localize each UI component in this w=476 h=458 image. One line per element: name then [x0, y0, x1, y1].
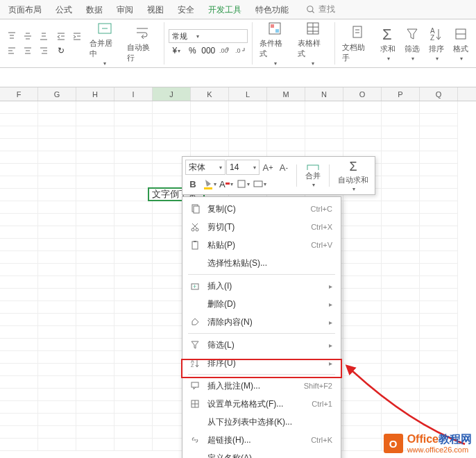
menu-shortcut: Ctrl+K [311, 436, 332, 444]
merge-mini-icon[interactable]: ▾ [252, 176, 267, 192]
tab-developer[interactable]: 开发工具 [201, 0, 248, 19]
menu-item[interactable]: 设置单元格格式(F)...Ctrl+1 [182, 395, 341, 413]
filter-icon [188, 338, 202, 352]
col-header[interactable]: L [229, 87, 267, 101]
watermark-logo: O [384, 434, 403, 453]
menu-shortcut: Shift+F2 [304, 382, 332, 390]
menu-label: 插入批注(M)... [207, 380, 304, 392]
menu-item[interactable]: 定义名称(A)... [182, 449, 341, 458]
menu-item[interactable]: 超链接(H)...Ctrl+K [182, 431, 341, 449]
tab-page-layout[interactable]: 页面布局 [1, 0, 49, 19]
indent-decrease-icon[interactable] [53, 29, 69, 43]
tab-view[interactable]: 视图 [140, 0, 171, 19]
menu-item[interactable]: 删除(D)▸ [182, 295, 341, 313]
menu-label: 从下拉列表中选择(K)... [207, 416, 332, 428]
col-header[interactable]: G [38, 87, 76, 101]
align-left-icon[interactable] [4, 44, 19, 58]
fill-color-icon[interactable]: ▾ [202, 176, 217, 192]
svg-line-58 [192, 223, 197, 228]
comma-icon[interactable]: 000 [201, 44, 216, 58]
orientation-icon[interactable]: ↻ [53, 44, 69, 58]
increase-font-icon[interactable]: A+ [260, 160, 275, 175]
col-header[interactable]: M [267, 87, 305, 101]
mini-merge-button[interactable]: 合并▾ [302, 162, 324, 189]
svg-rect-53 [307, 165, 318, 170]
align-top-icon[interactable] [4, 29, 19, 43]
cut-icon [188, 220, 202, 234]
increase-decimal-icon[interactable]: .00 [216, 44, 232, 58]
menu-item[interactable]: 粘贴(P)Ctrl+V [182, 236, 341, 254]
align-right-icon[interactable] [36, 44, 51, 58]
svg-point-0 [307, 6, 313, 11]
mini-autosum-button[interactable]: Σ 自动求和▾ [334, 162, 372, 189]
format-button[interactable]: 格式▾ [450, 24, 472, 63]
filter-button[interactable]: 筛选▾ [401, 24, 423, 63]
ribbon: ↻ 合并居中▾ 自动换行 常规▾ ¥▾ % 000 .00 .0 条件格 [0, 19, 476, 68]
align-bottom-icon[interactable] [36, 29, 51, 43]
menu-label: 剪切(T) [207, 221, 311, 233]
wrap-text-button[interactable]: 自动换行 [124, 23, 160, 65]
decrease-font-icon[interactable]: A- [276, 160, 291, 175]
search-area[interactable]: 查找 [306, 3, 335, 15]
align-center-icon[interactable] [20, 44, 35, 58]
menu-label: 粘贴(P) [207, 239, 311, 251]
col-header[interactable]: F [0, 87, 38, 101]
merge-center-button[interactable]: 合并居中▾ [87, 19, 122, 68]
sum-button[interactable]: Σ 求和▾ [377, 24, 399, 63]
table-style-button[interactable]: 表格样式▾ [295, 19, 331, 68]
col-header[interactable]: K [191, 87, 229, 101]
svg-rect-32 [271, 24, 274, 28]
svg-rect-55 [194, 206, 199, 213]
menu-item[interactable]: 选择性粘贴(S)... [182, 254, 341, 272]
col-header[interactable]: H [76, 87, 114, 101]
number-format-select[interactable]: 常规▾ [169, 29, 248, 43]
tab-data[interactable]: 数据 [79, 0, 110, 19]
col-header[interactable]: P [382, 87, 420, 101]
svg-rect-33 [275, 29, 279, 33]
mini-font-select[interactable]: 宋体▾ [185, 160, 226, 175]
menu-shortcut: Ctrl+V [311, 241, 332, 249]
svg-marker-64 [192, 341, 198, 348]
watermark: O Office教程网 www.office26.com [384, 433, 472, 454]
tab-formulas[interactable]: 公式 [49, 0, 79, 19]
styles-group: 条件格式▾ 表格样式▾ [253, 22, 335, 65]
menu-label: 插入(I) [207, 280, 326, 292]
clear-icon [188, 315, 202, 329]
menu-item[interactable]: 插入批注(M)...Shift+F2 [182, 377, 341, 395]
menu-item[interactable]: 从下拉列表中选择(K)... [182, 413, 341, 431]
menu-item[interactable]: 清除内容(N)▸ [182, 313, 341, 331]
svg-rect-49 [204, 187, 212, 189]
menu-label: 定义名称(A)... [207, 452, 332, 459]
menu-item[interactable]: 剪切(T)Ctrl+X [182, 218, 341, 236]
col-header[interactable]: N [305, 87, 343, 101]
sort-button[interactable]: AZ 排序▾ [425, 24, 448, 63]
svg-rect-68 [192, 382, 198, 387]
menu-item[interactable]: +插入(I)▸ [182, 277, 341, 295]
indent-increase-icon[interactable] [69, 29, 85, 43]
bold-icon[interactable]: B [185, 176, 201, 192]
tab-special[interactable]: 特色功能 [248, 0, 296, 19]
col-header[interactable]: Q [420, 87, 458, 101]
menu-shortcut: Ctrl+C [311, 205, 332, 213]
border-icon[interactable]: ▾ [235, 176, 250, 192]
col-header[interactable]: O [343, 87, 382, 101]
tab-review[interactable]: 审阅 [110, 0, 140, 19]
menu-label: 超链接(H)... [207, 434, 311, 446]
ribbon-tabs: 页面布局 公式 数据 审阅 视图 安全 开发工具 特色功能 查找 [0, 0, 476, 19]
font-color-icon[interactable]: A▾ [219, 176, 234, 192]
menu-item[interactable]: 复制(C)Ctrl+C [182, 200, 341, 218]
menu-item[interactable]: 筛选(L)▸ [182, 336, 341, 354]
tab-security[interactable]: 安全 [171, 0, 201, 19]
align-middle-icon[interactable] [20, 29, 35, 43]
percent-icon[interactable]: % [185, 44, 200, 58]
svg-text:Z: Z [430, 34, 434, 42]
doc-helper-button[interactable]: 文档助手 [339, 23, 375, 65]
col-header[interactable]: I [114, 87, 153, 101]
col-header-selected[interactable]: J [153, 87, 191, 101]
conditional-format-button[interactable]: 条件格式▾ [257, 19, 293, 68]
mini-size-select[interactable]: 14▾ [226, 160, 260, 175]
currency-icon[interactable]: ¥▾ [169, 44, 184, 58]
decrease-decimal-icon[interactable]: .0 [232, 44, 248, 58]
link-icon [188, 433, 202, 447]
align-group: ↻ 合并居中▾ 自动换行 [0, 22, 164, 65]
